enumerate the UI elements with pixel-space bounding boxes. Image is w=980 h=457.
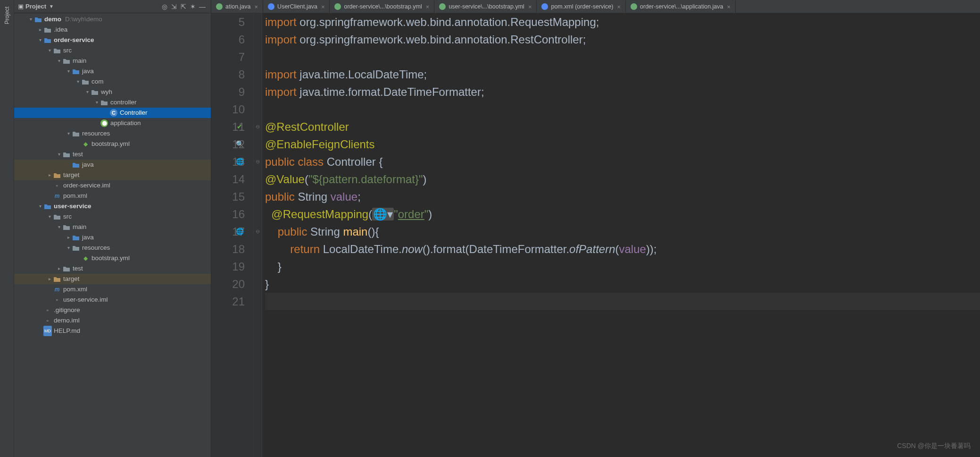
dropdown-icon[interactable]: ▼ <box>49 4 54 9</box>
chevron-icon[interactable]: ▾ <box>37 35 43 45</box>
tree-item[interactable]: ▫demo.iml <box>14 315 211 326</box>
chevron-icon[interactable]: ▾ <box>46 45 53 56</box>
code-editor[interactable]: 56789101112131415161718192021✔🔍🌐🌐 ⊖⊖⊖ im… <box>211 13 980 457</box>
chevron-icon[interactable]: ▸ <box>46 274 53 284</box>
editor-tab[interactable]: ation.java× <box>211 0 263 13</box>
close-icon[interactable]: × <box>528 3 532 10</box>
tree-item[interactable]: ▾src <box>14 45 211 56</box>
hide-icon[interactable]: — <box>198 2 207 11</box>
tree-label: main <box>73 222 86 232</box>
close-icon[interactable]: × <box>426 3 430 10</box>
folder-icon <box>53 212 61 221</box>
tree-item[interactable]: ▸test <box>14 263 211 274</box>
chevron-icon[interactable]: ▸ <box>56 263 62 274</box>
file-type-icon <box>268 3 274 10</box>
chevron-icon[interactable]: ▾ <box>46 212 53 222</box>
maven-icon: m <box>53 192 61 200</box>
chevron-icon[interactable]: ▸ <box>65 232 72 243</box>
tree-item[interactable]: java <box>14 160 211 170</box>
tree-label: Controller <box>120 108 148 118</box>
folder-icon <box>81 77 90 86</box>
tree-label: main <box>73 56 86 66</box>
tree-item[interactable]: ▾resources <box>14 243 211 253</box>
close-icon[interactable]: × <box>727 3 731 10</box>
tree-item[interactable]: ▾order-service <box>14 35 211 45</box>
chevron-icon[interactable]: ▾ <box>75 76 81 87</box>
tree-item[interactable]: ▾java <box>14 66 211 76</box>
panel-title[interactable]: Project <box>25 3 46 10</box>
tree-label: test <box>73 149 83 160</box>
tree-item[interactable]: ▾com <box>14 76 211 87</box>
tree-item[interactable]: ▾controller <box>14 97 211 108</box>
tree-item[interactable]: ▾wyh <box>14 87 211 97</box>
tree-item[interactable]: ⬤application <box>14 118 211 128</box>
chevron-icon[interactable]: ▸ <box>46 170 53 180</box>
chevron-icon[interactable]: ▾ <box>84 87 91 97</box>
tree-label: com <box>91 76 104 87</box>
chevron-icon[interactable]: ▾ <box>56 149 62 160</box>
gutter-icon[interactable]: 🔍 <box>236 135 244 153</box>
close-icon[interactable]: × <box>321 3 325 10</box>
expand-icon[interactable]: ⇲ <box>169 2 179 11</box>
editor-tab[interactable]: order-service\...\application.java× <box>626 0 736 13</box>
editor-tab[interactable]: order-service\...\bootstrap.yml× <box>330 0 434 13</box>
chevron-icon[interactable]: ▾ <box>56 56 62 66</box>
file-type-icon <box>439 3 446 10</box>
tool-window-bar[interactable]: Project <box>0 0 14 457</box>
tree-item[interactable]: CController <box>14 108 211 118</box>
chevron-icon[interactable]: ▾ <box>65 128 72 139</box>
tree-item[interactable]: ▸java <box>14 232 211 243</box>
chevron-icon[interactable]: ▾ <box>56 222 62 232</box>
chevron-icon[interactable]: ▾ <box>27 14 34 25</box>
tree-path: D:\wyh\demo <box>65 14 102 25</box>
project-panel: ▣ Project ▼ ◎ ⇲ ⇱ ✶ — ▾demoD:\wyh\demo▸.… <box>14 0 211 457</box>
target-icon[interactable]: ◎ <box>160 2 169 11</box>
tree-item[interactable]: ▾user-service <box>14 201 211 212</box>
folder-blue-icon <box>72 233 80 242</box>
tree-item[interactable]: ▾main <box>14 222 211 232</box>
tree-item[interactable]: MDHELP.md <box>14 326 211 336</box>
md-icon: MD <box>43 327 52 335</box>
tree-item[interactable]: ▾resources <box>14 128 211 139</box>
tree-item[interactable]: ▾src <box>14 212 211 222</box>
tree-item[interactable]: mpom.xml <box>14 284 211 295</box>
gutter-icon[interactable]: ✔ <box>237 118 242 135</box>
tree-item[interactable]: ▸target <box>14 170 211 180</box>
tree-label: HELP.md <box>54 326 80 336</box>
gutter-icon[interactable]: 🌐 <box>236 153 244 170</box>
close-icon[interactable]: × <box>617 3 621 10</box>
code-content[interactable]: import org.springframework.web.bind.anno… <box>262 13 980 457</box>
project-tree[interactable]: ▾demoD:\wyh\demo▸.idea▾order-service▾src… <box>14 13 211 457</box>
chevron-icon[interactable]: ▾ <box>65 243 72 253</box>
tree-item[interactable]: ▫order-service.iml <box>14 180 211 191</box>
tree-item[interactable]: ▫.gitignore <box>14 305 211 315</box>
editor-tab[interactable]: pom.xml (order-service)× <box>537 0 626 13</box>
file-icon: ▫ <box>43 316 52 325</box>
chevron-icon[interactable]: ▾ <box>93 97 100 108</box>
tree-label: target <box>63 274 80 284</box>
tree-item[interactable]: ▾main <box>14 56 211 66</box>
editor-tab[interactable]: UserClient.java× <box>263 0 330 13</box>
chevron-icon[interactable]: ▾ <box>65 66 72 76</box>
close-icon[interactable]: × <box>255 3 258 10</box>
editor-tab[interactable]: user-service\...\bootstrap.yml× <box>434 0 537 13</box>
folder-blue-icon <box>72 67 80 76</box>
tab-label: order-service\...\bootstrap.yml <box>344 3 422 10</box>
tree-item[interactable]: ◆bootstrap.yml <box>14 253 211 263</box>
tree-item[interactable]: ◆bootstrap.yml <box>14 139 211 149</box>
tree-label: resources <box>82 128 110 139</box>
gutter-icon[interactable]: 🌐 <box>236 223 244 240</box>
tree-item[interactable]: ▫user-service.iml <box>14 295 211 305</box>
settings-icon[interactable]: ✶ <box>188 2 198 11</box>
tree-item[interactable]: mpom.xml <box>14 191 211 201</box>
collapse-icon[interactable]: ⇱ <box>179 2 188 11</box>
chevron-icon[interactable]: ▾ <box>37 201 43 212</box>
tree-item[interactable]: ▾demoD:\wyh\demo <box>14 14 211 25</box>
tree-item[interactable]: ▸.idea <box>14 25 211 35</box>
file-type-icon <box>216 3 223 10</box>
project-tool-tab[interactable]: Project <box>4 4 10 27</box>
chevron-icon[interactable]: ▸ <box>37 25 43 35</box>
fold-column[interactable]: ⊖⊖⊖ <box>254 13 262 457</box>
tree-item[interactable]: ▸target <box>14 274 211 284</box>
tree-item[interactable]: ▾test <box>14 149 211 160</box>
